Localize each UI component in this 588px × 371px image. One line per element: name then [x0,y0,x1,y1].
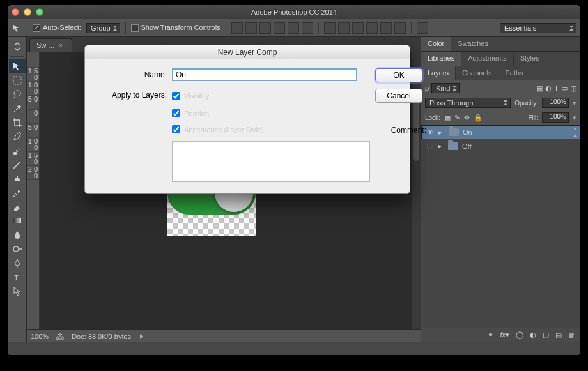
align-vcenter-button[interactable] [245,22,257,34]
options-bar: Auto-Select: Group Show Transform Contro… [8,19,580,37]
window-title: Adobe Photoshop CC 2014 [8,8,580,16]
align-bottom-button[interactable] [259,22,271,34]
tab-adjustments[interactable]: Adjustments [461,52,514,66]
layer-row[interactable]: 👁 ▸ On [421,125,580,139]
eraser-tool[interactable] [9,200,26,214]
layer-mask-icon[interactable]: ◯ [516,331,523,339]
expand-collapse-icon[interactable]: ▸ [438,142,444,150]
crop-tool[interactable] [9,116,26,130]
link-layers-icon[interactable]: ⚭ [488,331,493,339]
marquee-tool[interactable] [9,73,26,87]
distribute-vcenter-button[interactable] [338,22,350,34]
layer-filter-kind-select[interactable]: Kind [431,83,460,93]
fill-menu-icon[interactable]: ▾ [573,114,576,122]
doc-info[interactable]: Doc: 38.0K/0 bytes [72,333,131,340]
position-checkbox[interactable]: Position [172,109,370,117]
filter-pixels-icon[interactable]: ▦ [536,84,543,93]
opacity-menu-icon[interactable]: ▾ [573,99,576,107]
tab-swatches[interactable]: Swatches [451,37,495,51]
tab-color[interactable]: Color [421,37,451,51]
align-hcenter-button[interactable] [288,22,299,34]
tab-paths[interactable]: Paths [499,66,530,80]
align-left-button[interactable] [274,22,285,34]
auto-select-checkbox[interactable]: Auto-Select: [33,24,81,32]
cancel-button[interactable]: Cancel [375,89,422,103]
zoom-level[interactable]: 100% [31,333,49,340]
distribute-buttons [324,22,406,34]
distribute-top-button[interactable] [324,22,336,34]
libraries-panel-group: Libraries Adjustments Styles [421,52,580,66]
distribute-left-button[interactable] [366,22,378,34]
document-tab[interactable]: Swi…× [29,38,72,52]
svg-rect-1 [13,152,17,155]
distribute-bottom-button[interactable] [352,22,364,34]
type-tool[interactable]: T [9,270,26,284]
visibility-toggle-icon[interactable]: ▢ [425,142,434,150]
layer-name[interactable]: On [463,128,472,136]
name-input[interactable] [172,68,357,81]
layers-panel-group: Layers Channels Paths ρ Kind ▦ ◐ T ▭ ◫ P… [421,66,580,342]
comment-label: Comment: [375,124,426,135]
layer-effects-icon[interactable]: fx▾ [500,331,509,339]
lock-all-icon[interactable]: 🔒 [474,114,483,122]
filter-shape-icon[interactable]: ▭ [561,84,568,93]
align-top-button[interactable] [231,22,243,34]
doc-info-menu-icon[interactable] [140,334,143,339]
export-icon[interactable] [55,331,65,342]
tab-toggle-icon[interactable] [9,40,26,54]
status-bar: 100% Doc: 38.0K/0 bytes [27,329,421,342]
history-brush-tool[interactable] [9,186,26,200]
workspace-select[interactable]: Essentials [500,23,576,33]
blur-tool[interactable] [9,228,26,242]
eyedropper-tool[interactable] [9,130,26,144]
filter-adjustment-icon[interactable]: ◐ [545,84,552,93]
align-buttons [231,22,313,34]
lasso-tool[interactable] [9,87,26,102]
tab-libraries[interactable]: Libraries [421,52,461,66]
new-layer-icon[interactable]: ▤ [555,331,562,339]
delete-layer-icon[interactable]: 🗑 [568,331,575,339]
tab-layers[interactable]: Layers [421,66,456,80]
distribute-hcenter-button[interactable] [380,22,392,34]
adjustment-layer-icon[interactable]: ◐ [530,331,536,339]
appearance-checkbox[interactable]: Appearance (Layer Style) [172,124,370,135]
move-tool-indicator-icon [12,23,22,33]
move-tool[interactable] [9,59,26,73]
expand-collapse-icon[interactable]: ▸ [438,128,445,137]
opacity-field[interactable]: 100% [542,98,569,108]
document-tab-label: Swi… [36,42,55,49]
dodge-tool[interactable] [9,242,26,256]
ok-button[interactable]: OK [375,68,422,82]
color-panel-group: Color Swatches [421,37,580,52]
lock-transparency-icon[interactable]: ▦ [444,114,451,122]
layer-name[interactable]: Off [462,142,471,150]
auto-select-type-select[interactable]: Group [86,23,120,33]
distribute-right-button[interactable] [394,22,406,34]
auto-align-button[interactable] [417,22,428,34]
visibility-checkbox[interactable]: Visibility [172,89,370,103]
align-right-button[interactable] [302,22,313,34]
filter-type-icon[interactable]: T [554,84,559,92]
visibility-toggle-icon[interactable]: 👁 [426,128,435,136]
fill-field[interactable]: 100% [542,112,569,123]
healing-brush-tool[interactable] [9,144,26,158]
brush-tool[interactable] [9,158,26,172]
tab-channels[interactable]: Channels [456,66,499,80]
comment-input[interactable] [172,141,370,182]
magic-wand-tool[interactable] [9,102,26,116]
lock-pixels-icon[interactable]: ✎ [454,114,460,122]
show-transform-checkbox[interactable]: Show Transform Controls [131,24,220,32]
layer-row[interactable]: ▢ ▸ Off [421,139,580,153]
lock-position-icon[interactable]: ✥ [464,114,470,122]
new-group-icon[interactable]: ▢ [543,331,549,339]
opacity-label: Opacity: [514,100,538,107]
filter-smart-icon[interactable]: ◫ [570,84,576,93]
path-selection-tool[interactable] [9,284,26,298]
tab-styles[interactable]: Styles [514,52,546,66]
pen-tool[interactable] [9,256,26,270]
close-tab-icon[interactable]: × [59,42,65,48]
blend-mode-select[interactable]: Pass Through [425,98,511,108]
gradient-tool[interactable] [9,214,26,228]
clone-stamp-tool[interactable] [9,172,26,186]
app-window: Adobe Photoshop CC 2014 Auto-Select: Gro… [8,5,580,355]
